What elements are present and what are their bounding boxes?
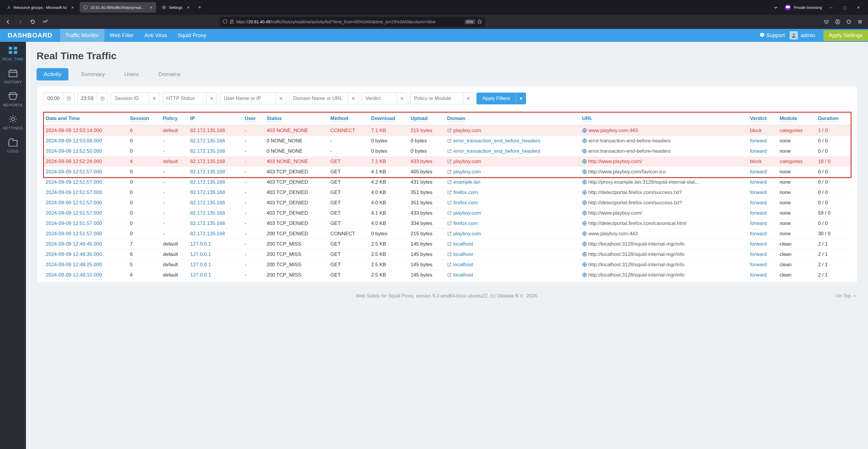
app-brand[interactable]: DASHBOARD <box>0 32 60 39</box>
verdict-link[interactable]: forward <box>750 231 767 236</box>
column-header[interactable]: URL <box>580 113 747 125</box>
external-link-icon[interactable] <box>447 231 452 236</box>
ip-link[interactable]: 82.172.135.168 <box>190 210 225 216</box>
domain-link[interactable]: localhost <box>454 262 473 267</box>
datetime-link[interactable]: 2024-09-09 12:51:57.000 <box>46 179 102 185</box>
datetime-link[interactable]: 2024-09-09 12:51:57.000 <box>46 221 102 226</box>
subtab-domains[interactable]: Domains <box>151 68 187 81</box>
external-link-icon[interactable] <box>447 242 452 246</box>
clear-icon[interactable]: ✕ <box>463 93 473 104</box>
clock-icon[interactable] <box>97 93 108 104</box>
verdict-link[interactable]: forward <box>750 241 767 247</box>
apply-filters-dropdown[interactable]: ▾ <box>516 93 526 104</box>
datetime-link[interactable]: 2024-09-09 12:51:57.000 <box>46 231 102 236</box>
verdict-link[interactable]: forward <box>750 221 767 226</box>
url-link[interactable]: http://localhost:3128/squid-internal-mgr… <box>588 272 684 278</box>
url-link[interactable]: http://localhost:3128/squid-internal-mgr… <box>588 252 684 257</box>
external-link-icon[interactable] <box>447 149 452 153</box>
domain-link[interactable]: playboy.com <box>454 231 481 236</box>
zoom-indicator[interactable]: 67% <box>465 20 475 24</box>
app-menu-icon[interactable] <box>855 17 865 27</box>
url-link[interactable]: http://proxy.example.lan:3128/squid-inte… <box>588 179 699 185</box>
clear-icon[interactable]: ✕ <box>207 93 217 104</box>
url-link[interactable]: www.playboy.com:443 <box>588 128 638 133</box>
verdict-link[interactable]: forward <box>750 169 767 174</box>
verdict-link[interactable]: forward <box>750 262 767 267</box>
verdict-filter-input[interactable] <box>362 93 397 104</box>
nav-traffic-monitor[interactable]: Traffic Monitor <box>60 29 104 42</box>
window-minimize-button[interactable]: ─ <box>824 3 838 12</box>
close-tab-icon[interactable]: ✕ <box>150 5 153 10</box>
domain-link[interactable]: example.lan <box>454 179 480 185</box>
column-header[interactable]: Verdict <box>748 113 777 125</box>
url-link[interactable]: http://localhost:3128/squid-internal-mgr… <box>588 262 684 267</box>
url-link[interactable]: http://detectportal.firefox.com/success.… <box>588 200 682 205</box>
status-filter-input[interactable] <box>162 93 207 104</box>
nav-forward-button[interactable] <box>16 17 25 27</box>
datetime-link[interactable]: 2024-09-09 12:51:57.000 <box>46 200 102 205</box>
verdict-link[interactable]: block <box>750 128 762 133</box>
user-menu[interactable]: admin <box>789 31 815 39</box>
clear-icon[interactable]: ✕ <box>397 93 407 104</box>
ip-link[interactable]: 82.172.135.168 <box>190 179 225 185</box>
on-top-link[interactable]: On Top <box>836 293 856 299</box>
window-close-button[interactable]: ✕ <box>851 3 865 12</box>
column-header[interactable]: Policy <box>161 113 188 125</box>
lock-icon[interactable] <box>230 19 234 25</box>
ip-link[interactable]: 82.172.135.168 <box>190 148 225 154</box>
column-header[interactable]: Status <box>264 113 328 125</box>
url-link[interactable]: http://www.playboy.com/ <box>588 159 642 164</box>
time-to-input[interactable]: 23:59 <box>77 93 98 104</box>
domain-link[interactable]: firefox.com <box>454 200 478 205</box>
ip-link[interactable]: 82.172.135.168 <box>190 200 225 205</box>
external-link-icon[interactable] <box>447 211 452 215</box>
domain-link[interactable]: playboy.com <box>454 210 481 216</box>
column-header[interactable]: Session <box>128 113 161 125</box>
datetime-link[interactable]: 2024-09-09 12:48:25.000 <box>46 262 102 267</box>
extensions-overflow-button[interactable] <box>40 17 50 27</box>
column-header[interactable]: Module <box>777 113 815 125</box>
browser-tab[interactable]: Resource groups - Microsoft Az ✕ <box>3 2 78 13</box>
clock-icon[interactable] <box>64 93 74 104</box>
subtab-summary[interactable]: Summary <box>74 68 112 81</box>
ip-link[interactable]: 127.0.0.1 <box>190 252 211 257</box>
clear-icon[interactable]: ✕ <box>149 93 159 104</box>
sidebar-item-realtime[interactable]: REAL TIME <box>0 42 26 65</box>
ip-link[interactable]: 127.0.0.1 <box>190 262 211 267</box>
nav-squid-proxy[interactable]: Squid Proxy <box>172 29 211 42</box>
time-from-input[interactable]: 00:00 <box>43 93 64 104</box>
nav-web-filter[interactable]: Web Filter <box>104 29 139 42</box>
nav-anti-virus[interactable]: Anti Virus <box>139 29 173 42</box>
tab-overview-button[interactable] <box>769 3 782 12</box>
subtab-users[interactable]: Users <box>117 68 146 81</box>
external-link-icon[interactable] <box>447 273 452 277</box>
column-header[interactable]: Upload <box>408 113 445 125</box>
external-link-icon[interactable] <box>447 200 452 205</box>
domain-link[interactable]: localhost <box>454 272 473 278</box>
external-link-icon[interactable] <box>447 169 452 174</box>
column-header[interactable]: Method <box>328 113 369 125</box>
verdict-link[interactable]: forward <box>750 138 767 143</box>
ip-link[interactable]: 82.172.135.168 <box>190 169 225 174</box>
subtab-activity[interactable]: Activity <box>36 68 68 81</box>
url-link[interactable]: http://detectportal.firefox.com/canonica… <box>588 221 686 226</box>
external-link-icon[interactable] <box>447 221 452 226</box>
clear-icon[interactable]: ✕ <box>348 93 359 104</box>
external-link-icon[interactable] <box>447 180 452 184</box>
ip-link[interactable]: 82.172.135.168 <box>190 159 225 164</box>
ip-link[interactable]: 82.172.135.168 <box>190 138 225 143</box>
nav-back-button[interactable] <box>3 17 13 27</box>
column-header[interactable]: Domain <box>445 113 580 125</box>
ip-link[interactable]: 82.172.135.168 <box>190 231 225 236</box>
datetime-link[interactable]: 2024-09-09 12:52:24.000 <box>46 159 102 164</box>
verdict-link[interactable]: forward <box>750 179 767 185</box>
datetime-link[interactable]: 2024-09-09 12:48:35.000 <box>46 252 102 257</box>
ip-link[interactable]: 82.172.135.168 <box>190 128 225 133</box>
close-tab-icon[interactable]: ✕ <box>71 5 74 10</box>
datetime-link[interactable]: 2024-09-09 12:51:57.000 <box>46 210 102 216</box>
domain-link[interactable]: error_transaction_end_before_headers <box>454 138 540 143</box>
domain-link[interactable]: playboy.com <box>454 128 481 133</box>
account-icon[interactable] <box>833 17 843 27</box>
ip-link[interactable]: 127.0.0.1 <box>190 272 211 278</box>
url-link[interactable]: http://localhost:3128/squid-internal-mgr… <box>588 241 684 247</box>
